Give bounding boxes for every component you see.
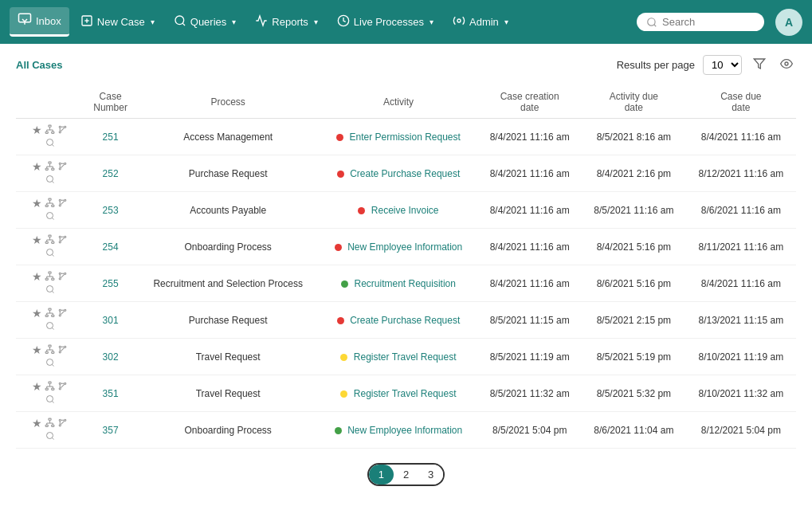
- table-row: ★ 301 Purchase Request Create Purchase R…: [16, 302, 796, 339]
- svg-line-115: [61, 347, 65, 351]
- activity-link[interactable]: Recruitment Requisition: [355, 278, 456, 289]
- svg-point-96: [65, 309, 66, 311]
- magnify-icon[interactable]: [45, 394, 55, 406]
- svg-point-41: [46, 176, 53, 182]
- activity-link[interactable]: Register Travel Request: [354, 388, 457, 399]
- activity-due-cell: 8/5/2021 5:32 pm: [582, 375, 686, 412]
- case-created-cell: 8/5/2021 11:15 am: [477, 302, 582, 339]
- star-icon[interactable]: ★: [32, 380, 42, 393]
- avatar[interactable]: A: [775, 9, 802, 36]
- page-1-button[interactable]: 1: [369, 465, 394, 484]
- svg-rect-44: [45, 205, 48, 206]
- branch-icon[interactable]: [57, 381, 68, 393]
- branch-icon[interactable]: [57, 234, 68, 246]
- page-2-button[interactable]: 2: [394, 465, 418, 484]
- subtree-icon[interactable]: [45, 124, 55, 136]
- nav-queries[interactable]: Queries ▾: [166, 10, 245, 35]
- search-box[interactable]: [637, 13, 764, 31]
- case-number[interactable]: 357: [103, 425, 119, 436]
- activity-due-cell: 8/4/2021 2:16 pm: [582, 155, 686, 192]
- svg-point-112: [59, 351, 61, 352]
- magnify-icon[interactable]: [45, 211, 55, 223]
- star-icon[interactable]: ★: [32, 124, 42, 136]
- magnify-icon[interactable]: [45, 358, 55, 370]
- svg-rect-59: [45, 241, 48, 243]
- star-icon[interactable]: ★: [32, 417, 42, 430]
- nav-new-case[interactable]: New Case ▾: [73, 10, 163, 35]
- filter-button[interactable]: [750, 56, 769, 75]
- magnify-icon[interactable]: [45, 321, 55, 333]
- case-number[interactable]: 253: [103, 205, 119, 216]
- magnify-icon[interactable]: [45, 284, 55, 296]
- case-number[interactable]: 251: [103, 131, 119, 143]
- activity-link[interactable]: Create Purchase Request: [350, 168, 460, 179]
- case-number[interactable]: 254: [103, 241, 119, 253]
- activity-link[interactable]: New Employee Information: [347, 425, 462, 436]
- star-icon[interactable]: ★: [32, 197, 42, 210]
- nav-inbox[interactable]: Inbox: [10, 7, 69, 37]
- case-number-cell: 301: [84, 302, 137, 339]
- activity-link[interactable]: New Employee Information: [347, 241, 462, 253]
- table-row: ★ 252 Purchase Request Create Purchase R…: [16, 155, 796, 192]
- star-icon[interactable]: ★: [32, 270, 42, 283]
- subtree-icon[interactable]: [45, 308, 55, 320]
- branch-icon[interactable]: [57, 418, 68, 430]
- subtree-icon[interactable]: [45, 198, 55, 210]
- search-input[interactable]: [662, 16, 750, 28]
- case-due-cell: 8/6/2021 11:16 am: [686, 192, 796, 229]
- case-number-cell: 357: [84, 412, 137, 449]
- star-icon[interactable]: ★: [32, 307, 42, 320]
- toolbar-right: Results per page 10 20 50: [617, 55, 796, 75]
- subtree-icon[interactable]: [45, 344, 55, 356]
- subtree-icon[interactable]: [45, 381, 55, 393]
- activity-link[interactable]: Register Travel Request: [354, 351, 457, 363]
- branch-icon[interactable]: [57, 271, 68, 283]
- branch-icon[interactable]: [57, 344, 68, 356]
- page-3-button[interactable]: 3: [418, 465, 443, 484]
- svg-line-25: [61, 128, 65, 131]
- star-icon[interactable]: ★: [32, 343, 42, 356]
- activity-link[interactable]: Create Purchase Request: [350, 315, 460, 326]
- activity-due-cell: 8/5/2021 11:16 am: [582, 192, 686, 229]
- activity-link[interactable]: Receive Invoice: [371, 205, 439, 216]
- magnify-icon[interactable]: [45, 138, 55, 150]
- table-row: ★ 255 Recruitment and Selection Process …: [16, 265, 796, 302]
- svg-point-66: [65, 236, 66, 237]
- branch-icon[interactable]: [57, 161, 68, 173]
- process-cell: Onboarding Process: [137, 412, 320, 449]
- results-per-page-select[interactable]: 10 20 50: [703, 55, 742, 75]
- magnify-icon[interactable]: [45, 248, 55, 260]
- nav-live-processes[interactable]: Live Processes ▾: [329, 10, 441, 35]
- case-number[interactable]: 351: [103, 388, 119, 399]
- case-number[interactable]: 302: [103, 351, 119, 363]
- svg-point-35: [59, 163, 61, 164]
- nav-reports[interactable]: Reports ▾: [247, 10, 326, 35]
- subtree-icon[interactable]: [45, 271, 55, 283]
- case-number[interactable]: 252: [103, 168, 119, 179]
- star-icon[interactable]: ★: [32, 160, 42, 173]
- svg-rect-45: [52, 205, 54, 206]
- svg-rect-73: [49, 272, 51, 273]
- svg-rect-58: [49, 235, 51, 237]
- branch-icon[interactable]: [57, 124, 68, 136]
- status-dot: [336, 134, 343, 141]
- subtree-icon[interactable]: [45, 234, 55, 246]
- branch-icon[interactable]: [57, 198, 68, 210]
- view-button[interactable]: [777, 56, 796, 75]
- new-case-label: New Case: [97, 16, 145, 28]
- subtree-icon[interactable]: [45, 161, 55, 173]
- magnify-icon[interactable]: [45, 431, 55, 443]
- subtree-icon[interactable]: [45, 418, 55, 430]
- activity-link[interactable]: Enter Permission Request: [349, 131, 460, 143]
- case-number[interactable]: 255: [103, 278, 119, 289]
- activity-cell: Create Purchase Request: [320, 155, 478, 192]
- table-row: ★ 357 Onboarding Process New Employee In…: [16, 412, 796, 449]
- star-icon[interactable]: ★: [32, 233, 42, 246]
- process-cell: Recruitment and Selection Process: [137, 265, 320, 302]
- inbox-label: Inbox: [36, 15, 61, 27]
- svg-line-100: [61, 311, 65, 314]
- branch-icon[interactable]: [57, 308, 68, 320]
- case-number[interactable]: 301: [103, 315, 119, 326]
- magnify-icon[interactable]: [45, 175, 55, 186]
- nav-admin[interactable]: Admin ▾: [445, 10, 516, 35]
